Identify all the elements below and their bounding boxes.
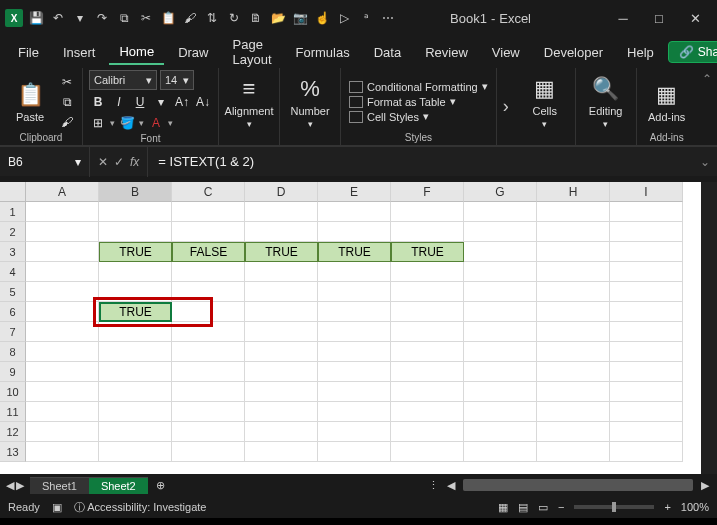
cut-icon[interactable]: ✂ [136, 8, 156, 28]
close-button[interactable]: ✕ [685, 11, 705, 26]
row-header[interactable]: 13 [0, 442, 26, 462]
col-header[interactable]: D [245, 182, 318, 202]
camera-icon[interactable]: 📷 [290, 8, 310, 28]
new-sheet-button[interactable]: ⊕ [148, 477, 173, 494]
tab-file[interactable]: File [8, 41, 49, 64]
cell-d3[interactable]: TRUE [245, 242, 318, 262]
paste-button[interactable]: 📋 Paste [6, 81, 54, 123]
open-icon[interactable]: 📂 [268, 8, 288, 28]
tab-insert[interactable]: Insert [53, 41, 106, 64]
col-header[interactable]: C [172, 182, 245, 202]
maximize-button[interactable]: □ [649, 11, 669, 26]
format-painter-button[interactable]: 🖌 [58, 113, 76, 131]
cut-button[interactable]: ✂ [58, 73, 76, 91]
view-normal-button[interactable]: ▦ [498, 501, 508, 514]
tab-view[interactable]: View [482, 41, 530, 64]
tab-home[interactable]: Home [109, 40, 164, 65]
cell-e3[interactable]: TRUE [318, 242, 391, 262]
expand-formula-bar-button[interactable]: ⌄ [693, 155, 717, 169]
col-header[interactable]: E [318, 182, 391, 202]
redo-icon[interactable]: ↷ [92, 8, 112, 28]
select-all-corner[interactable] [0, 182, 26, 202]
addins-button[interactable]: ▦ Add-ins [643, 81, 691, 123]
col-header[interactable]: G [464, 182, 537, 202]
collapse-ribbon-button[interactable]: ⌃ [697, 68, 717, 145]
tab-draw[interactable]: Draw [168, 41, 218, 64]
tab-page-layout[interactable]: Page Layout [223, 33, 282, 71]
conditional-formatting-button[interactable]: Conditional Formatting ▾ [347, 80, 490, 93]
number-format-button[interactable]: % Number ▾ [286, 75, 334, 129]
col-header[interactable]: F [391, 182, 464, 202]
ribbon-scroll-right[interactable]: › [497, 96, 515, 117]
row-header[interactable]: 5 [0, 282, 26, 302]
tab-formulas[interactable]: Formulas [286, 41, 360, 64]
minimize-button[interactable]: ─ [613, 11, 633, 26]
tab-review[interactable]: Review [415, 41, 478, 64]
save-icon[interactable]: 💾 [26, 8, 46, 28]
horizontal-scrollbar[interactable] [463, 479, 693, 491]
col-header[interactable]: B [99, 182, 172, 202]
sheet-tab-sheet1[interactable]: Sheet1 [30, 477, 89, 494]
touch-icon[interactable]: ☝ [312, 8, 332, 28]
editing-button[interactable]: 🔍 Editing ▾ [582, 75, 630, 129]
zoom-slider[interactable] [574, 505, 654, 509]
paste-qat-icon[interactable]: 📋 [158, 8, 178, 28]
hscroll-left[interactable]: ◀ [447, 479, 455, 492]
format-painter-icon[interactable]: 🖌 [180, 8, 200, 28]
cell-c3[interactable]: FALSE [172, 242, 245, 262]
col-header[interactable]: A [26, 182, 99, 202]
enter-formula-button[interactable]: ✓ [114, 155, 124, 169]
cell-styles-button[interactable]: Cell Styles ▾ [347, 110, 490, 123]
underline-button[interactable]: U [131, 93, 149, 111]
shrink-font-button[interactable]: A↓ [194, 93, 212, 111]
row-header[interactable]: 1 [0, 202, 26, 222]
macro-record-icon[interactable]: ▣ [52, 501, 62, 514]
cells-area[interactable]: TRUE FALSE TRUE TRUE TRUE TRUE [26, 202, 701, 462]
sheet-nav-next[interactable]: ▶ [16, 479, 24, 492]
vertical-scrollbar[interactable] [701, 182, 717, 474]
row-header[interactable]: 3 [0, 242, 26, 262]
accessibility-status[interactable]: ⓘ Accessibility: Investigate [74, 500, 207, 515]
zoom-in-button[interactable]: + [664, 501, 670, 513]
bold-button[interactable]: B [89, 93, 107, 111]
row-header[interactable]: 11 [0, 402, 26, 422]
font-name-select[interactable]: Calibri▾ [89, 70, 157, 90]
row-header[interactable]: 4 [0, 262, 26, 282]
zoom-out-button[interactable]: − [558, 501, 564, 513]
col-header[interactable]: I [610, 182, 683, 202]
row-header[interactable]: 10 [0, 382, 26, 402]
cell-f3[interactable]: TRUE [391, 242, 464, 262]
new-icon[interactable]: 🗎 [246, 8, 266, 28]
cell-a3[interactable] [26, 242, 99, 262]
sheet-tab-sheet2[interactable]: Sheet2 [89, 477, 148, 494]
row-header[interactable]: 12 [0, 422, 26, 442]
view-page-layout-button[interactable]: ▤ [518, 501, 528, 514]
font-color-button[interactable]: A [147, 114, 165, 132]
row-header[interactable]: 9 [0, 362, 26, 382]
cell-b6[interactable]: TRUE [99, 302, 172, 322]
view-page-break-button[interactable]: ▭ [538, 501, 548, 514]
format-as-table-button[interactable]: Format as Table ▾ [347, 95, 490, 108]
cells-button[interactable]: ▦ Cells ▾ [521, 75, 569, 129]
font-size-select[interactable]: 14▾ [160, 70, 194, 90]
more-qat-icon[interactable]: ⋯ [378, 8, 398, 28]
borders-button[interactable]: ⊞ [89, 114, 107, 132]
cancel-formula-button[interactable]: ✕ [98, 155, 108, 169]
undo-icon[interactable]: ↶ [48, 8, 68, 28]
cell-b3[interactable]: TRUE [99, 242, 172, 262]
tab-developer[interactable]: Developer [534, 41, 613, 64]
grow-font-button[interactable]: A↑ [173, 93, 191, 111]
alignment-button[interactable]: ≡ Alignment ▾ [225, 75, 273, 129]
hscroll-right[interactable]: ▶ [701, 479, 709, 492]
undo-caret-icon[interactable]: ▾ [70, 8, 90, 28]
row-header[interactable]: 2 [0, 222, 26, 242]
sheet-nav-prev[interactable]: ◀ [6, 479, 14, 492]
share-button[interactable]: 🔗 Share ▾ [668, 41, 717, 63]
copy-button[interactable]: ⧉ [58, 93, 76, 111]
row-header[interactable]: 8 [0, 342, 26, 362]
print-preview-icon[interactable]: ▷ [334, 8, 354, 28]
fx-button[interactable]: fx [130, 155, 139, 169]
fill-color-button[interactable]: 🪣 [118, 114, 136, 132]
zoom-percent[interactable]: 100% [681, 501, 709, 513]
formula-input[interactable]: = ISTEXT(1 & 2) [148, 147, 693, 177]
